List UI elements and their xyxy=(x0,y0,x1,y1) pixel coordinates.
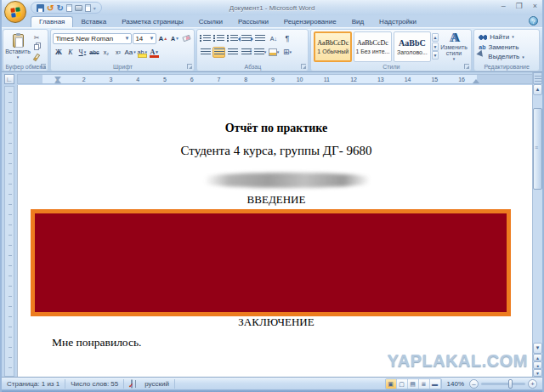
tab-vstavka[interactable]: Вставка xyxy=(73,17,114,27)
format-painter-button[interactable] xyxy=(31,54,42,61)
ruler-left-margin xyxy=(18,75,42,83)
scrollbar-track[interactable] xyxy=(533,95,542,343)
word-count[interactable]: Число слов: 55 xyxy=(65,379,124,389)
replace-button[interactable]: ab Заменить xyxy=(476,43,537,52)
line-spacing-button[interactable]: ▾ xyxy=(253,47,266,58)
paste-dropdown-icon[interactable]: ▾ xyxy=(17,54,20,60)
scrollbar-thumb[interactable] xyxy=(533,108,542,190)
style-heading1[interactable]: AaBbC Заголово... xyxy=(394,31,432,62)
tab-selector-button[interactable]: ∟ xyxy=(4,74,14,84)
close-button[interactable]: × xyxy=(533,2,537,10)
align-right-button[interactable] xyxy=(226,47,239,58)
tab-razmetka[interactable]: Разметка страницы xyxy=(114,17,191,27)
scroll-down-icon[interactable]: ▼ xyxy=(533,343,542,354)
superscript-button[interactable]: x² xyxy=(112,47,123,58)
bullets-button[interactable] xyxy=(199,33,212,44)
ribbon-tab-row: Главная Вставка Разметка страницы Ссылки… xyxy=(2,15,542,27)
tab-vid[interactable]: Вид xyxy=(344,17,371,27)
paragraph-dialog-launcher-icon[interactable] xyxy=(301,64,306,69)
styles-scroll-up-icon[interactable]: ▲ xyxy=(432,33,439,42)
horizontal-ruler[interactable]: 12 34 56 78 910 1112 1314 1516 xyxy=(17,74,536,84)
page-indicator[interactable]: Страница: 1 из 1 xyxy=(2,379,65,389)
tab-glavnaya[interactable]: Главная xyxy=(31,16,73,27)
highlight-button[interactable]: ab▾ xyxy=(137,47,148,58)
underline-button[interactable]: Ч▾ xyxy=(76,47,88,58)
vertical-scrollbar[interactable]: ▲ ▼ ▲ ● ▼ xyxy=(532,72,542,377)
language-indicator[interactable]: русский xyxy=(139,379,175,389)
align-left-button[interactable] xyxy=(199,47,212,58)
new-document-icon[interactable] xyxy=(66,4,72,12)
styles-scroll-down-icon[interactable]: ▼ xyxy=(432,43,439,51)
cut-button[interactable]: ✂ xyxy=(31,34,42,42)
font-dialog-launcher-icon[interactable] xyxy=(187,64,192,69)
zoom-out-button[interactable]: – xyxy=(469,379,479,389)
font-name-combo[interactable]: Times New Roman▼ xyxy=(53,33,132,44)
blank-page-icon[interactable] xyxy=(85,4,91,12)
styles-dialog-launcher-icon[interactable] xyxy=(464,64,469,69)
font-color-button[interactable]: А▾ xyxy=(149,47,160,58)
help-button[interactable]: ? xyxy=(529,16,538,26)
tab-rassylki[interactable]: Рассылки xyxy=(230,17,276,27)
clear-formatting-button[interactable] xyxy=(181,33,192,44)
zoom-slider-thumb[interactable] xyxy=(508,379,513,389)
shading-button[interactable]: ▾ xyxy=(267,47,280,58)
zoom-slider[interactable] xyxy=(481,383,525,385)
subscript-button[interactable]: x₂ xyxy=(100,47,111,58)
font-size-combo[interactable]: 14▼ xyxy=(133,33,156,44)
tab-ssylki[interactable]: Ссылки xyxy=(191,17,230,27)
qat-dropdown-icon[interactable]: ▾ xyxy=(94,5,96,11)
styles-gallery-scroll: ▲ ▼ ▼ xyxy=(432,31,439,61)
previous-page-icon[interactable]: ▲ xyxy=(533,354,542,361)
minimize-button[interactable]: – xyxy=(502,2,506,10)
right-indent-marker[interactable] xyxy=(473,76,479,83)
window-controls: – ❐ × xyxy=(502,2,537,10)
styles-gallery-expand-icon[interactable]: ▼ xyxy=(432,51,439,60)
change-styles-button[interactable]: A Изменить стили ▾ xyxy=(439,31,470,61)
zoom-level[interactable]: 140% xyxy=(445,380,467,388)
change-case-button[interactable]: Aa▾ xyxy=(124,47,135,58)
find-button[interactable]: Найти ▾ xyxy=(476,32,537,42)
save-icon[interactable] xyxy=(37,4,44,12)
print-preview-icon[interactable] xyxy=(75,5,82,11)
clipboard-dialog-launcher-icon[interactable] xyxy=(41,64,46,69)
draft-view-icon[interactable]: ▬ xyxy=(430,379,441,389)
show-marks-button[interactable]: ¶ xyxy=(280,33,293,44)
outline-view-icon[interactable]: ≣ xyxy=(419,379,430,389)
select-browse-object-icon[interactable]: ● xyxy=(533,361,542,369)
zoom-in-button[interactable]: + xyxy=(528,379,537,389)
borders-icon: ⊞ xyxy=(283,48,290,56)
numbering-button[interactable] xyxy=(212,33,225,44)
web-layout-view-icon[interactable]: ▤ xyxy=(408,379,419,389)
copy-button[interactable] xyxy=(31,43,42,51)
ruler-toggle-button[interactable] xyxy=(533,72,542,84)
align-left-icon xyxy=(201,48,211,56)
italic-button[interactable]: К xyxy=(65,47,76,58)
borders-button[interactable]: ⊞▾ xyxy=(280,47,293,58)
align-right-icon xyxy=(228,48,238,56)
tab-recenzirovanie[interactable]: Рецензирование xyxy=(276,17,344,27)
align-center-button[interactable] xyxy=(212,47,225,58)
document-page[interactable]: Отчёт по практике Студента 4 курса, груп… xyxy=(17,85,536,377)
fullscreen-view-icon[interactable]: ▢ xyxy=(397,379,408,389)
increase-indent-button[interactable] xyxy=(253,33,266,44)
style-normal[interactable]: AaBbCcDc 1 Обычный xyxy=(314,31,352,62)
bold-button[interactable]: Ж xyxy=(53,47,64,58)
shrink-font-button[interactable]: А▼ xyxy=(169,33,180,44)
undo-icon[interactable]: ↺ xyxy=(47,4,54,12)
style-no-spacing[interactable]: AaBbCcDc 1 Без инте... xyxy=(354,31,392,62)
scroll-up-icon[interactable]: ▲ xyxy=(533,84,542,95)
sort-button[interactable]: А↓ xyxy=(267,33,280,44)
redo-icon[interactable]: ↻ xyxy=(56,4,63,12)
restore-button[interactable]: ❐ xyxy=(516,2,523,10)
paste-button[interactable]: Вставить ▾ xyxy=(5,31,31,61)
next-page-icon[interactable]: ▼ xyxy=(533,369,542,377)
hanging-indent-marker[interactable] xyxy=(54,76,61,83)
print-layout-view-icon[interactable]: ▣ xyxy=(386,379,397,389)
strikethrough-button[interactable]: abc xyxy=(88,47,99,58)
select-button[interactable]: Выделить ▾ xyxy=(476,52,537,61)
spellcheck-status[interactable] xyxy=(124,379,139,389)
office-button[interactable] xyxy=(4,1,26,23)
grow-font-button[interactable]: А▲ xyxy=(157,33,168,44)
vertical-ruler[interactable] xyxy=(4,86,14,377)
tab-nadstroyki[interactable]: Надстройки xyxy=(371,17,424,27)
